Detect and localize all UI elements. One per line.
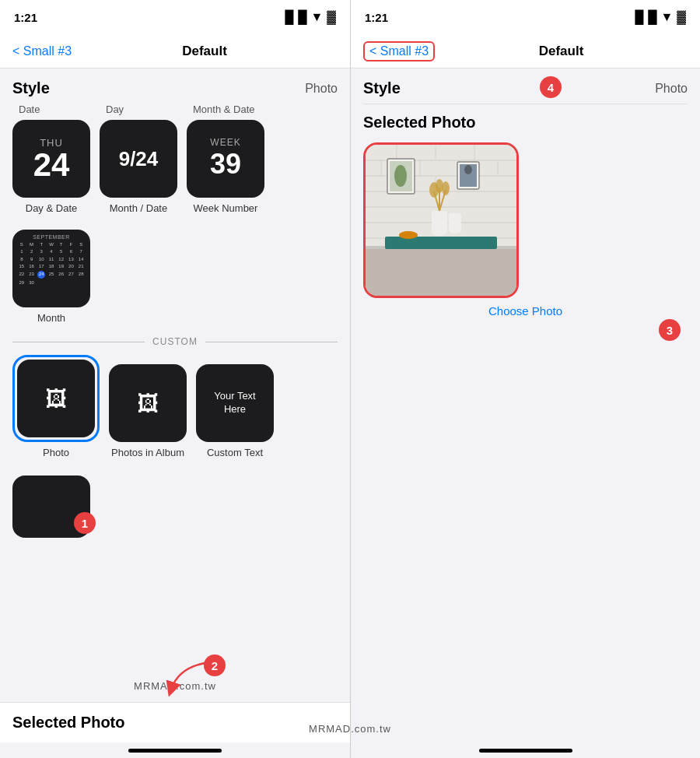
style-item-month-date[interactable]: Day 9/24 Month / Date xyxy=(100,104,177,214)
photo-selected-border[interactable]: 🖼 xyxy=(12,355,100,442)
home-bar-right xyxy=(479,749,572,753)
custom-divider: CUSTOM xyxy=(0,324,350,355)
style-item-month[interactable]: SEPTEMBER S M T W T F S 1 2 xyxy=(12,230,90,324)
cal-d28: 28 xyxy=(76,271,86,279)
photo-preview-container[interactable] xyxy=(363,142,519,298)
style-item-photo[interactable]: 🖼 Photo xyxy=(12,355,100,458)
styles-row-1: Date THU 24 Day & Date Day 9/24 Month / … xyxy=(12,104,338,214)
status-time-right: 1:21 xyxy=(365,11,388,24)
cal-d13: 13 xyxy=(67,256,76,262)
status-bar-right: 1:21 ▐▌█ ▼ ▓ xyxy=(351,0,700,34)
widget-custom-text[interactable]: Your Text Here xyxy=(196,364,274,442)
style-item-custom-text[interactable]: Your Text Here Custom Text xyxy=(196,364,274,458)
cal-h2: M xyxy=(27,241,37,247)
cal-d22: 22 xyxy=(17,271,26,279)
cal-d25: 25 xyxy=(47,271,56,279)
cal-d27: 27 xyxy=(67,271,76,279)
cal-d17: 17 xyxy=(37,263,46,269)
widget-month-date[interactable]: 9/24 xyxy=(100,120,177,198)
extra-widget-row xyxy=(0,458,350,538)
home-indicator-right xyxy=(351,742,700,758)
home-indicator-left xyxy=(0,742,350,758)
cal-d1: 1 xyxy=(17,248,26,254)
section-header-right: Style Photo xyxy=(351,68,700,104)
cal-d30: 30 xyxy=(27,279,37,286)
spacer xyxy=(363,104,688,114)
watermark-right: MRMAD.com.tw xyxy=(350,723,391,735)
cal-d8: 8 xyxy=(17,256,26,262)
cal-d5: 5 xyxy=(57,248,66,254)
signal-icon: ▐▌█ xyxy=(280,10,306,24)
cal-d10: 10 xyxy=(37,256,46,262)
cal-d14: 14 xyxy=(76,256,86,262)
divider-line-right xyxy=(205,342,338,342)
section-label-right: Style xyxy=(363,79,401,97)
cal-d21: 21 xyxy=(76,263,86,269)
watermark-text-right: MRMAD.com.tw xyxy=(350,723,391,735)
cal-d29: 29 xyxy=(17,279,26,286)
section-sublabel-left: Photo xyxy=(305,82,338,96)
section-header-left: Style Photo xyxy=(0,68,350,104)
album-icon: 🖼 xyxy=(137,391,159,416)
date-label: Date xyxy=(19,104,40,115)
nav-title-left: Default xyxy=(182,44,227,59)
wifi-icon: ▼ xyxy=(310,10,323,24)
annotation-2-label: 2 xyxy=(212,659,218,672)
cal-d23: 23 xyxy=(27,271,37,279)
style-name-month: Month xyxy=(37,312,65,324)
cal-h7: S xyxy=(76,241,86,247)
left-panel-content: Style Photo Date THU 24 Day & Date Day xyxy=(0,68,350,742)
cal-grid: S M T W T F S 1 2 3 4 5 xyxy=(17,241,86,286)
cal-d7: 7 xyxy=(76,248,86,254)
cal-today: 24 xyxy=(37,271,45,279)
cal-d6: 6 xyxy=(67,248,76,254)
widget-photo[interactable]: 🖼 xyxy=(17,360,95,437)
widget-week[interactable]: WEEK 39 xyxy=(187,120,264,198)
nav-back-right[interactable]: < Small #3 xyxy=(363,41,435,61)
annotation-2: 2 xyxy=(204,654,226,676)
annotation-3: 3 xyxy=(659,319,681,341)
cal-h3: T xyxy=(37,241,46,247)
home-bar-left xyxy=(128,749,222,753)
styles-grid: Date THU 24 Day & Date Day 9/24 Month / … xyxy=(0,104,350,324)
cal-d9: 9 xyxy=(27,256,37,262)
cal-month: SEPTEMBER xyxy=(17,234,86,240)
cal-d11: 11 xyxy=(47,256,56,262)
room-photo-svg xyxy=(366,145,516,296)
annotation-1: 1 xyxy=(74,512,96,534)
selected-photo-section: Selected Photo xyxy=(351,104,700,742)
style-name-day-date: Day & Date xyxy=(26,202,77,214)
cal-h6: F xyxy=(67,241,76,247)
style-name-custom-text: Custom Text xyxy=(207,447,263,458)
svg-point-35 xyxy=(464,165,472,174)
cal-h4: W xyxy=(47,241,56,247)
calendar-widget[interactable]: SEPTEMBER S M T W T F S 1 2 xyxy=(12,230,90,307)
status-bar-left: 1:21 ▐▌█ ▼ ▓ xyxy=(0,0,350,34)
widget-text-content: Your Text Here xyxy=(196,384,274,423)
cal-d12: 12 xyxy=(57,256,66,262)
nav-back-text-right[interactable]: < Small #3 xyxy=(369,44,429,58)
svg-rect-22 xyxy=(449,213,461,231)
style-item-photos-album[interactable]: 🖼 Photos in Album xyxy=(109,364,187,458)
choose-photo-btn[interactable]: Choose Photo xyxy=(363,304,688,318)
widget-photos-album[interactable]: 🖼 xyxy=(109,364,187,442)
nav-back-left[interactable]: < Small #3 xyxy=(12,44,72,58)
cal-d3: 3 xyxy=(37,248,46,254)
widget-week-num: 39 xyxy=(210,148,241,181)
bottom-section-title: Selected Photo xyxy=(12,714,124,731)
cal-d2: 2 xyxy=(27,248,37,254)
annotation-4-label: 4 xyxy=(548,81,554,94)
svg-rect-20 xyxy=(432,211,447,233)
style-item-day-date[interactable]: Date THU 24 Day & Date xyxy=(12,104,90,214)
widget-day-date[interactable]: THU 24 xyxy=(12,120,90,198)
svg-rect-18 xyxy=(385,237,497,249)
photo-icon: 🖼 xyxy=(45,386,67,412)
style-item-week[interactable]: Month & Date WEEK 39 Week Number xyxy=(187,104,264,214)
cal-d15: 15 xyxy=(17,263,26,269)
cal-d4: 4 xyxy=(47,248,56,254)
annotation-3-label: 3 xyxy=(667,324,673,337)
selected-photo-title: Selected Photo xyxy=(363,114,688,132)
right-panel: 1:21 ▐▌█ ▼ ▓ < Small #3 Default Style Ph… xyxy=(350,0,700,758)
nav-bar-right: < Small #3 Default xyxy=(351,34,700,68)
left-panel: 1:21 ▐▌█ ▼ ▓ < Small #3 Default Style Ph… xyxy=(0,0,350,758)
